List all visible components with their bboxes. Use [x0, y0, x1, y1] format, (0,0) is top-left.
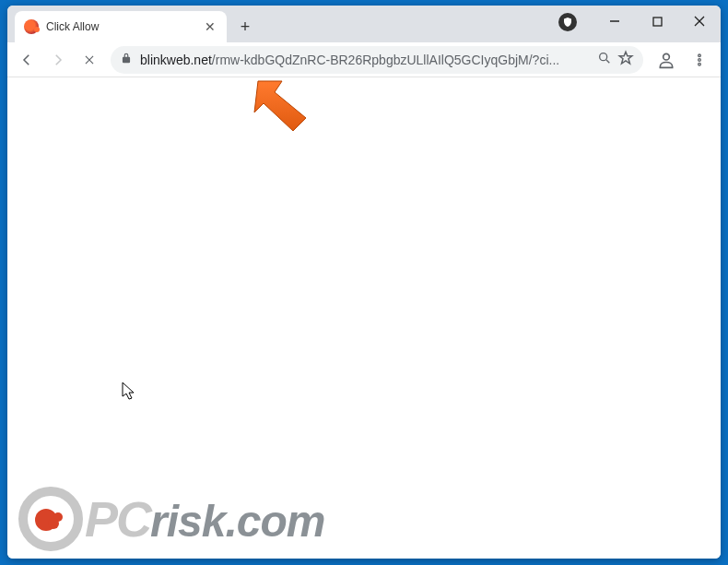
url-domain: blinkweb.net	[140, 53, 212, 67]
titlebar: Click Allow ✕ +	[7, 6, 721, 42]
url-path: /rmw-kdbGQdZnRC-BR26RpbgbzULllAIlQ5GCIyq…	[212, 53, 559, 67]
back-button[interactable]	[13, 46, 41, 74]
address-bar-right	[597, 50, 634, 69]
svg-point-8	[699, 58, 701, 61]
page-content: PCrisk.com	[7, 77, 721, 559]
svg-point-7	[699, 54, 701, 57]
shield-badge-icon[interactable]	[558, 13, 577, 31]
browser-tab[interactable]: Click Allow ✕	[15, 11, 227, 42]
toolbar: blinkweb.net/rmw-kdbGQdZnRC-BR26RpbgbzUL…	[7, 42, 721, 77]
close-window-button[interactable]	[678, 7, 721, 35]
watermark: PCrisk.com	[18, 487, 324, 551]
watermark-text: PCrisk.com	[85, 494, 324, 544]
profile-button[interactable]	[651, 46, 682, 74]
forward-button[interactable]	[44, 46, 72, 74]
lock-icon	[120, 52, 133, 67]
url-text: blinkweb.net/rmw-kdbGQdZnRC-BR26RpbgbzUL…	[140, 53, 559, 67]
svg-rect-1	[653, 18, 662, 26]
watermark-risk: risk.com	[150, 497, 324, 546]
favicon-icon	[24, 19, 39, 34]
svg-line-5	[606, 60, 609, 63]
svg-point-4	[600, 53, 607, 61]
svg-point-9	[699, 63, 701, 65]
address-bar[interactable]: blinkweb.net/rmw-kdbGQdZnRC-BR26RpbgbzUL…	[111, 46, 643, 74]
maximize-button[interactable]	[636, 7, 678, 35]
stop-reload-button[interactable]	[76, 46, 103, 74]
svg-point-6	[663, 53, 670, 60]
window-controls	[593, 6, 721, 37]
browser-window: Click Allow ✕ +	[7, 6, 721, 559]
watermark-pc: PC	[85, 491, 150, 547]
tab-close-button[interactable]: ✕	[203, 19, 217, 34]
search-in-page-icon[interactable]	[597, 51, 612, 68]
menu-button[interactable]	[684, 46, 715, 74]
new-tab-button[interactable]: +	[232, 14, 258, 40]
watermark-logo-icon	[18, 487, 83, 551]
minimize-button[interactable]	[593, 7, 636, 35]
toolbar-right-icons	[651, 46, 715, 74]
bookmark-star-icon[interactable]	[617, 50, 634, 69]
tab-title: Click Allow	[46, 20, 195, 33]
